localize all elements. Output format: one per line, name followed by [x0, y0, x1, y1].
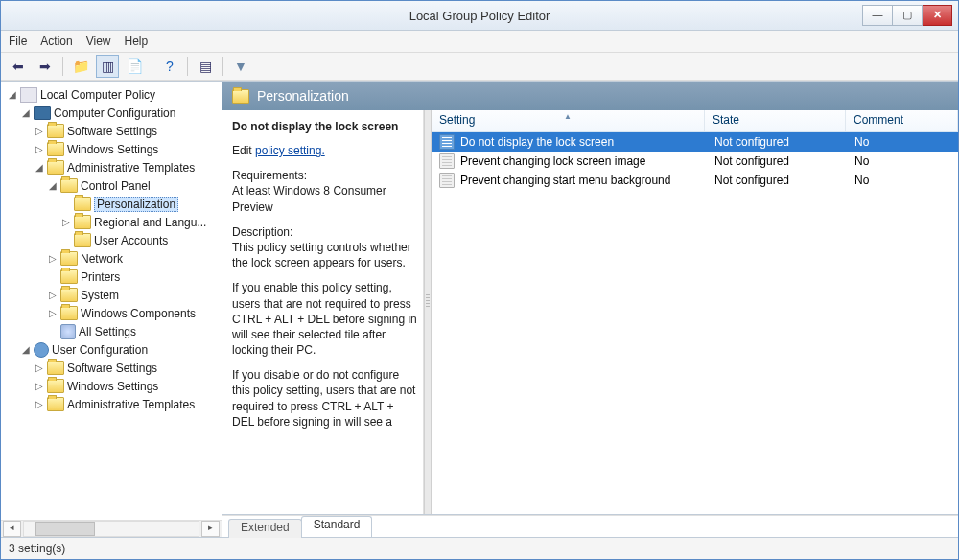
back-button[interactable]: ⬅ — [7, 55, 30, 78]
description-text: This policy setting controls whether the… — [232, 241, 411, 269]
menu-file[interactable]: File — [9, 35, 27, 48]
scroll-thumb[interactable] — [35, 522, 95, 536]
scroll-right-button[interactable]: ▸ — [201, 521, 220, 537]
toolbar-separator — [187, 57, 188, 76]
tree-network[interactable]: ▷ Network — [47, 249, 222, 268]
tree-scrollbar[interactable]: ◂ ▸ — [1, 520, 222, 537]
col-setting[interactable]: ▲ Setting — [432, 110, 705, 131]
tree-computer-configuration[interactable]: ◢ Computer Configuration — [20, 104, 222, 122]
tree-software-settings[interactable]: ▷ Software Settings — [34, 122, 222, 140]
requirements-block: Requirements: At least Windows 8 Consume… — [232, 168, 417, 215]
policy-tree[interactable]: ◢ Local Computer Policy ◢ Computer Confi… — [1, 82, 222, 520]
tree-root[interactable]: ◢ Local Computer Policy — [7, 85, 222, 104]
tree-label: Regional and Langu... — [94, 216, 206, 229]
tree-label: Software Settings — [67, 125, 157, 138]
toolbar-separator — [62, 57, 63, 76]
tree-label: Windows Settings — [67, 143, 158, 156]
expander-icon[interactable]: ▷ — [34, 126, 44, 136]
scroll-left-button[interactable]: ◂ — [3, 521, 21, 537]
tree-windows-components[interactable]: ▷ Windows Components — [47, 304, 222, 322]
cell-state: Not configured — [707, 174, 847, 187]
toolbar-separator — [152, 57, 152, 76]
expander-icon[interactable]: ▷ — [47, 290, 58, 300]
tab-extended[interactable]: Extended — [228, 519, 302, 538]
tab-standard[interactable]: Standard — [301, 516, 373, 537]
tree-user-configuration[interactable]: ◢ User Configuration — [20, 340, 222, 359]
properties-button[interactable]: ▤ — [194, 55, 217, 78]
folder-icon — [47, 379, 64, 393]
folder-icon — [74, 215, 91, 229]
tree-personalization[interactable]: ▷ Personalization — [60, 195, 222, 213]
expander-icon[interactable]: ▷ — [60, 217, 71, 227]
tree-administrative-templates[interactable]: ◢ Administrative Templates — [34, 158, 222, 176]
close-button[interactable]: ✕ — [923, 5, 952, 26]
expander-icon[interactable]: ▷ — [34, 381, 44, 391]
col-state[interactable]: State — [705, 110, 846, 131]
edit-policy-link[interactable]: policy setting. — [255, 144, 325, 157]
menu-help[interactable]: Help — [125, 35, 149, 48]
tree-label: Computer Configuration — [54, 106, 175, 120]
tree-windows-settings[interactable]: ▷ Windows Settings — [34, 140, 222, 158]
filter-button[interactable]: ▼ — [229, 55, 252, 78]
settings-list: ▲ Setting State Comment Do not display t… — [432, 110, 958, 514]
expander-icon[interactable]: ◢ — [20, 344, 31, 355]
expander-icon[interactable]: ◢ — [34, 162, 44, 173]
menu-view[interactable]: View — [86, 35, 111, 48]
expander-icon[interactable]: ▷ — [34, 362, 44, 373]
list-row[interactable]: Prevent changing start menu backgroundNo… — [432, 171, 958, 190]
list-body[interactable]: Do not display the lock screenNot config… — [432, 132, 958, 514]
properties-icon: ▤ — [199, 58, 212, 74]
list-row[interactable]: Prevent changing lock screen imageNot co… — [432, 152, 958, 171]
scroll-track[interactable] — [23, 521, 199, 537]
tree-system[interactable]: ▷ System — [47, 286, 222, 304]
folder-icon — [60, 269, 78, 284]
maximize-button[interactable]: ▢ — [893, 5, 923, 26]
details-header: Personalization — [222, 82, 958, 110]
tree-user-accounts[interactable]: ▷ User Accounts — [60, 231, 222, 249]
tree-regional-language[interactable]: ▷ Regional and Langu... — [60, 213, 222, 231]
folder-icon — [60, 306, 78, 320]
help-button[interactable]: ? — [158, 55, 181, 78]
col-comment[interactable]: Comment — [846, 110, 958, 131]
tree-printers[interactable]: ▷ Printers — [47, 268, 222, 286]
folder-icon — [74, 233, 91, 247]
expander-icon[interactable]: ▷ — [34, 144, 44, 154]
details-pane: Personalization Do not display the lock … — [222, 82, 958, 537]
funnel-icon: ▼ — [234, 58, 247, 74]
vertical-splitter[interactable] — [424, 110, 432, 514]
forward-button[interactable]: ➡ — [34, 55, 57, 78]
titlebar[interactable]: Local Group Policy Editor — ▢ ✕ — [1, 1, 958, 31]
expander-icon[interactable]: ◢ — [7, 89, 17, 100]
cell-comment: No — [847, 174, 958, 187]
user-icon — [34, 342, 49, 358]
tree-all-settings[interactable]: ▷ All Settings — [47, 322, 222, 340]
expander-icon[interactable]: ◢ — [47, 180, 58, 191]
list-row[interactable]: Do not display the lock screenNot config… — [432, 132, 958, 152]
expander-icon[interactable]: ▷ — [47, 253, 58, 264]
selected-setting-title: Do not display the lock screen — [232, 120, 417, 133]
edit-policy-line: Edit policy setting. — [232, 143, 417, 158]
description-block: Description: This policy setting control… — [232, 224, 417, 271]
expander-icon[interactable]: ▷ — [34, 399, 44, 409]
tree-label: System — [81, 289, 119, 302]
col-setting-label: Setting — [439, 113, 475, 127]
tree-control-panel[interactable]: ◢ Control Panel — [47, 176, 222, 195]
tree-label: Personalization — [94, 197, 178, 212]
minimize-button[interactable]: — — [862, 5, 893, 26]
tree-label: User Configuration — [52, 343, 148, 357]
tree-user-software-settings[interactable]: ▷ Software Settings — [34, 359, 222, 377]
tree-user-administrative-templates[interactable]: ▷ Administrative Templates — [34, 395, 222, 413]
expander-icon[interactable]: ▷ — [47, 308, 58, 318]
tree-user-windows-settings[interactable]: ▷ Windows Settings — [34, 377, 222, 395]
export-button[interactable]: 📄 — [123, 55, 146, 78]
menu-action[interactable]: Action — [40, 35, 72, 48]
folder-up-icon: 📁 — [73, 58, 89, 74]
cell-comment: No — [847, 135, 958, 149]
window-controls: — ▢ ✕ — [862, 5, 952, 26]
tree-label: Administrative Templates — [67, 398, 195, 411]
export-icon: 📄 — [127, 58, 143, 74]
up-button[interactable]: 📁 — [69, 55, 92, 78]
show-hide-tree-button[interactable]: ▥ — [96, 55, 119, 78]
expander-icon[interactable]: ◢ — [20, 107, 31, 118]
cell-setting: Prevent changing lock screen image — [460, 154, 645, 168]
